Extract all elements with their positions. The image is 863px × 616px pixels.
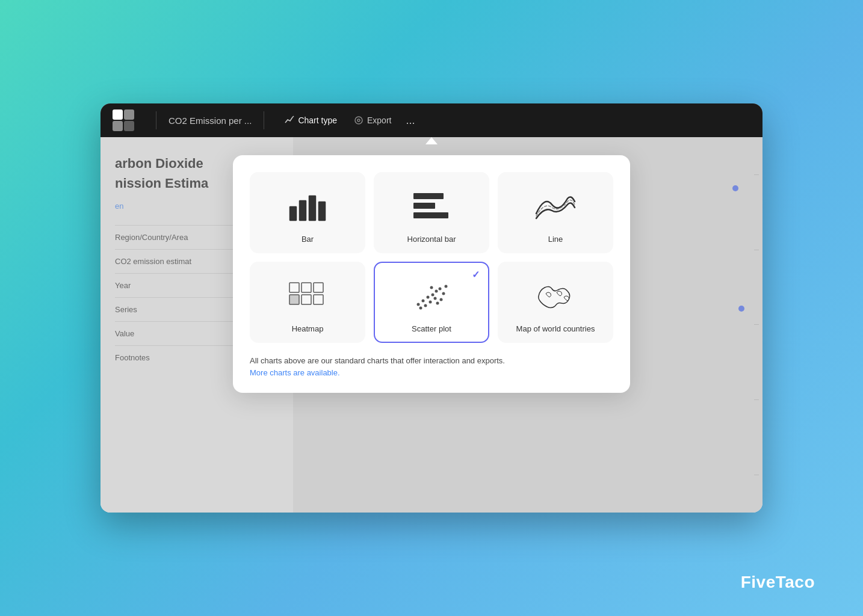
svg-point-20 (422, 300, 425, 303)
svg-point-31 (436, 302, 439, 305)
navbar-divider (156, 111, 156, 129)
navbar-divider-2 (264, 111, 264, 129)
heatmap-icon (286, 275, 329, 317)
svg-rect-8 (309, 196, 316, 221)
svg-rect-3 (124, 121, 134, 131)
more-options-button[interactable]: ... (400, 111, 421, 131)
modal-footer-text: All charts above are our standard charts… (250, 356, 505, 365)
selected-check-icon: ✓ (472, 269, 480, 280)
svg-point-26 (439, 288, 442, 291)
bar-icon (286, 185, 329, 227)
export-button[interactable]: Export (345, 112, 400, 129)
svg-rect-11 (413, 203, 435, 209)
svg-rect-17 (302, 295, 311, 304)
chart-type-bar[interactable]: Bar (250, 172, 365, 253)
horizontal-bar-icon (410, 185, 453, 227)
svg-rect-13 (289, 283, 299, 292)
chart-type-button[interactable]: Chart type (276, 112, 345, 129)
svg-rect-9 (318, 202, 326, 221)
export-icon (354, 116, 363, 125)
svg-rect-7 (299, 200, 306, 221)
app-window: CO2 Emission per ... Chart type Export .… (101, 103, 762, 513)
chart-type-map[interactable]: Map of world countries (498, 262, 613, 343)
chart-type-horizontal-bar[interactable]: Horizontal bar (374, 172, 489, 253)
chart-type-scatter[interactable]: ✓ (374, 262, 489, 343)
content-area: arbon Dioxide nission Estima en Region/C… (101, 137, 762, 513)
svg-rect-16 (289, 295, 299, 304)
svg-point-28 (424, 304, 427, 307)
chart-type-modal: Bar Horizontal bar (233, 155, 630, 393)
svg-point-32 (430, 286, 433, 289)
chart-type-icon (285, 116, 294, 125)
bar-label: Bar (302, 235, 314, 244)
line-icon (534, 185, 577, 227)
svg-point-33 (440, 298, 443, 301)
svg-rect-15 (314, 283, 323, 292)
svg-point-19 (417, 303, 420, 306)
horizontal-bar-label: Horizontal bar (407, 235, 456, 244)
chart-type-heatmap[interactable]: Heatmap (250, 262, 365, 343)
svg-point-29 (434, 297, 437, 300)
watermark: FiveTaco (741, 573, 815, 592)
chart-types-grid: Bar Horizontal bar (250, 172, 613, 343)
map-icon (534, 275, 577, 317)
svg-rect-10 (413, 193, 444, 199)
svg-point-30 (445, 285, 448, 288)
modal-overlay: Bar Horizontal bar (101, 137, 762, 513)
chart-type-line[interactable]: Line (498, 172, 613, 253)
svg-point-24 (429, 301, 432, 304)
svg-rect-1 (124, 109, 134, 120)
svg-point-4 (355, 117, 362, 124)
line-label: Line (548, 235, 563, 244)
scatter-icon (410, 275, 453, 317)
svg-rect-14 (302, 283, 311, 292)
svg-point-23 (432, 294, 435, 297)
more-charts-link[interactable]: More charts are available. (250, 368, 340, 377)
heatmap-label: Heatmap (292, 324, 324, 333)
svg-rect-18 (314, 295, 323, 304)
app-logo-icon (113, 109, 134, 131)
map-label: Map of world countries (516, 324, 595, 333)
svg-rect-6 (289, 206, 297, 221)
scatter-label: Scatter plot (412, 324, 451, 333)
modal-arrow (425, 137, 438, 144)
navbar: CO2 Emission per ... Chart type Export .… (101, 103, 762, 137)
svg-point-5 (357, 119, 360, 122)
svg-point-27 (442, 292, 445, 295)
svg-point-21 (419, 307, 422, 310)
navbar-document-title: CO2 Emission per ... (169, 116, 252, 126)
svg-point-25 (435, 290, 438, 293)
modal-footer: All charts above are our standard charts… (250, 355, 613, 378)
svg-rect-2 (113, 121, 123, 131)
svg-rect-0 (113, 109, 123, 120)
svg-rect-12 (413, 212, 448, 218)
svg-point-22 (427, 296, 430, 299)
